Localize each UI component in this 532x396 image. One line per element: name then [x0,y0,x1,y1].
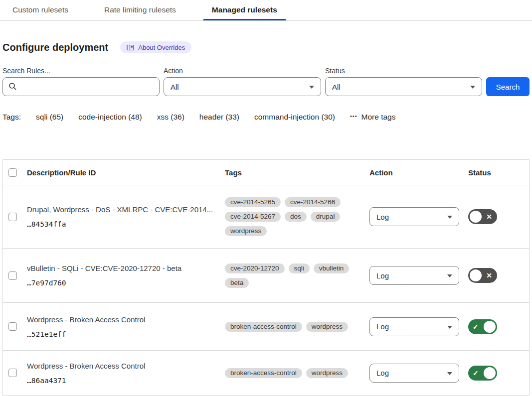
action-filter-select[interactable]: All [164,77,321,96]
chevron-down-icon [447,216,452,219]
rule-tag-pill: broken-access-control [225,322,302,332]
check-icon: ✓ [473,369,479,377]
row-checkbox[interactable] [8,271,17,280]
chevron-down-icon [447,274,452,277]
rule-tag-pill: wordpress [306,322,348,332]
toggle-knob [470,211,482,223]
rule-title: Drupal, Wordpress - DoS - XMLRPC - CVE:C… [27,205,215,214]
ruleset-tabbar: Custom rulesets Rate limiting rulesets M… [0,0,532,21]
rule-status-toggle[interactable]: ✓ ✕ [468,366,497,381]
table-row: vBulletin - SQLi - CVE:CVE-2020-12720 - … [3,249,529,303]
table-row: Wordpress - Broken Access Control …521e1… [3,303,529,351]
rule-tag-pill: cve-2020-12720 [225,264,285,273]
rule-action-value: Log [376,322,389,331]
column-header-action: Action [369,168,468,177]
rule-tags: broken-access-controlwordpress [225,322,362,332]
toggle-knob [484,321,496,333]
rule-action-value: Log [376,213,389,221]
page-title: Configure deployment [2,42,108,53]
action-filter-label: Action [164,67,321,75]
rule-id: …86aa4371 [27,377,215,385]
rule-id: …7e97d760 [27,279,215,287]
more-tags-label: More tags [361,113,396,122]
rule-id: …84534ffa [27,220,215,228]
about-overrides-link[interactable]: About Overrides [120,41,191,53]
toggle-knob [484,367,496,379]
rule-action-select[interactable]: Log [369,266,459,285]
select-all-checkbox[interactable] [8,168,17,177]
search-icon [8,82,17,92]
rule-tag-pill: vbulletin [314,264,350,273]
rule-title: vBulletin - SQLi - CVE:CVE-2020-12720 - … [27,264,215,272]
rule-tag-pill: broken-access-control [225,368,302,378]
rule-tag-pill: wordpress [225,226,267,236]
tags-label: Tags: [2,113,21,122]
chevron-down-icon [470,86,475,89]
row-checkbox[interactable] [8,322,17,331]
tag-filter-link[interactable]: sqli (65) [36,113,63,122]
rule-tag-pill: drupal [311,212,341,222]
rule-status-toggle[interactable]: ✓ ✕ [468,268,497,283]
row-checkbox[interactable] [8,369,17,377]
column-header-tags: Tags [225,168,369,177]
table-header-row: Description/Rule ID Tags Action Status [3,160,529,185]
row-checkbox[interactable] [8,213,17,221]
search-button[interactable]: Search [486,77,530,96]
rule-tag-pill: beta [225,278,249,288]
column-header-description: Description/Rule ID [27,168,225,177]
column-header-status: Status [468,168,529,177]
tag-filter-link[interactable]: header (33) [199,113,239,122]
rule-action-select[interactable]: Log [369,207,459,226]
rule-tag-pill: cve-2014-5266 [285,197,341,207]
chevron-down-icon [309,86,314,89]
chevron-down-icon [447,326,452,329]
action-filter-value: All [171,83,179,91]
rule-tag-pill: cve-2014-5267 [225,212,281,222]
tag-filter-link[interactable]: xss (36) [157,113,184,122]
more-tags-link[interactable]: ••• More tags [350,113,395,122]
rule-tags: broken-access-controlwordpress [225,368,362,378]
rule-title: Wordpress - Broken Access Control [27,315,215,324]
book-icon [127,44,134,51]
tab-custom-rulesets[interactable]: Custom rulesets [4,0,77,20]
toggle-knob [470,269,482,281]
rule-action-value: Log [376,271,389,280]
x-icon: ✕ [486,271,492,279]
rule-status-toggle[interactable]: ✓ ✕ [468,319,497,334]
managed-rules-table: Description/Rule ID Tags Action Status D… [2,159,530,396]
rule-tag-pill: cve-2014-5265 [225,197,281,207]
search-rules-label: Search Rules... [2,67,160,75]
tag-filter-link[interactable]: command-injection (30) [254,113,335,122]
x-icon: ✕ [486,213,492,221]
chevron-down-icon [447,372,452,375]
rule-tags: cve-2014-5265cve-2014-5266cve-2014-5267d… [225,197,362,236]
rule-action-select[interactable]: Log [369,364,459,383]
status-filter-value: All [332,83,341,91]
rule-tag-pill: dos [285,212,307,222]
rule-action-value: Log [376,369,389,377]
ellipsis-icon: ••• [350,113,357,119]
tag-filter-links: sqli (65)code-injection (48)xss (36)head… [36,113,335,122]
rule-tag-pill: sqli [289,264,310,273]
check-icon: ✓ [473,323,479,331]
rule-id: …521e1eff [27,330,215,338]
rule-status-toggle[interactable]: ✓ ✕ [468,209,497,224]
tag-filter-link[interactable]: code-injection (48) [78,113,142,122]
rule-tags: cve-2020-12720sqlivbulletinbeta [225,264,362,288]
table-row: Drupal, Wordpress - DoS - XMLRPC - CVE:C… [3,185,529,249]
search-rules-input[interactable] [2,77,160,96]
rule-action-select[interactable]: Log [369,317,459,336]
about-overrides-label: About Overrides [138,44,185,51]
rule-tag-pill: wordpress [306,368,348,378]
tab-managed-rulesets[interactable]: Managed rulesets [203,0,286,20]
status-filter-select[interactable]: All [325,77,482,96]
rule-title: Wordpress - Broken Access Control [27,362,215,370]
table-row: Wordpress - Broken Access Control …86aa4… [3,351,529,396]
tab-rate-limiting-rulesets[interactable]: Rate limiting rulesets [96,0,184,20]
status-filter-label: Status [325,67,482,75]
